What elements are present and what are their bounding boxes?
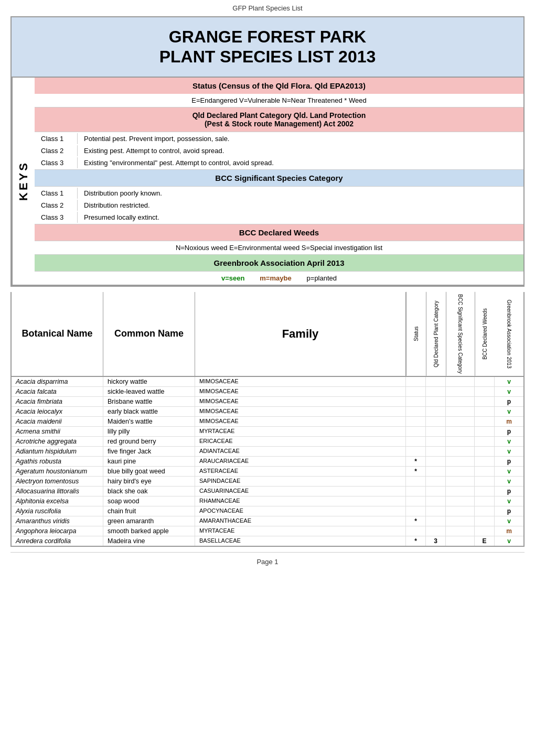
- cell-common: Madeira vine: [103, 536, 195, 546]
- cell-common: sickle-leaved wattle: [103, 387, 195, 396]
- cell-greenbrook: p: [495, 457, 523, 466]
- cell-common: black she oak: [103, 487, 195, 496]
- cell-bcc-sig: [446, 437, 475, 446]
- cell-qld: [426, 467, 446, 476]
- keys-section: KEYS Status (Census of the Qld Flora. Ql…: [12, 78, 523, 286]
- bcc-weeds-header: BCC Declared Weeds: [35, 224, 523, 241]
- col-header-bcc-weeds: BCC Declared Weeds: [475, 292, 495, 376]
- cell-family: MIMOSACEAE: [195, 407, 406, 416]
- cell-status: *: [406, 516, 426, 526]
- col-header-bcc-sig: BCC Significant Species Category: [446, 292, 475, 376]
- table-row: Angophora leiocarpa smooth barked apple …: [12, 526, 523, 536]
- col-qld-text: Qld Declared Plant Category: [433, 300, 439, 367]
- cell-common: Maiden's wattle: [103, 417, 195, 426]
- qld-header-line2: (Pest & Stock route Management) Act 2002: [40, 120, 518, 128]
- qld-class1-desc: Potential pest. Prevent import, possessi…: [79, 133, 522, 144]
- qld-header-line1: Qld Declared Plant Category Qld. Land Pr…: [40, 111, 518, 120]
- col-header-greenbrook: Greenbrook Association 2013: [495, 292, 523, 376]
- col-greenbrook-text: Greenbrook Association 2013: [506, 299, 512, 368]
- cell-family: ERICACEAE: [195, 437, 406, 446]
- cell-bcc-sig: [446, 477, 475, 486]
- cell-bcc-sig: [446, 457, 475, 466]
- cell-qld: 3: [426, 536, 446, 546]
- cell-status: [406, 506, 426, 516]
- cell-botanical: Acacia disparrima: [12, 377, 103, 386]
- cell-botanical: Acmena smithii: [12, 427, 103, 436]
- cell-bcc-weeds: [475, 487, 495, 496]
- cell-botanical: Agathis robusta: [12, 457, 103, 466]
- table-row: Acmena smithii lilly pilly MYRTACEAE p: [12, 427, 523, 437]
- cell-family: SAPINDACEAE: [195, 477, 406, 486]
- col-header-family: Family: [195, 292, 406, 376]
- bcc-sig-class2-desc: Distribution restricted.: [79, 200, 522, 211]
- cell-botanical: Acacia falcata: [12, 387, 103, 396]
- qld-classes: Class 1 Potential pest. Prevent import, …: [35, 132, 523, 170]
- cell-qld: [426, 477, 446, 486]
- table-row: Acacia falcata sickle-leaved wattle MIMO…: [12, 387, 523, 397]
- cell-qld: [426, 427, 446, 436]
- cell-botanical: Angophora leiocarpa: [12, 526, 103, 536]
- cell-greenbrook: m: [495, 417, 523, 426]
- table-row: Class 2 Existing pest. Attempt to contro…: [36, 145, 522, 156]
- cell-botanical: Alectryon tomentosus: [12, 477, 103, 486]
- cell-status: [406, 437, 426, 446]
- bcc-sig-class2-label: Class 2: [36, 200, 78, 211]
- cell-common: chain fruit: [103, 506, 195, 516]
- table-row: Amaranthus viridis green amaranth AMARAN…: [12, 516, 523, 526]
- cell-family: MIMOSACEAE: [195, 377, 406, 386]
- qld-class2-desc: Existing pest. Attempt to control, avoid…: [79, 145, 522, 156]
- cell-bcc-weeds: E: [475, 536, 495, 546]
- page-footer: Page 1: [0, 553, 535, 571]
- main-title-line2: PLANT SPECIES LIST 2013: [17, 47, 518, 67]
- table-row: Alyxia ruscifolia chain fruit APOCYNACEA…: [12, 506, 523, 516]
- cell-qld: [426, 387, 446, 396]
- qld-class3-label: Class 3: [36, 157, 78, 168]
- cell-status: [406, 496, 426, 506]
- column-headers: Botanical Name Common Name Family Status…: [12, 292, 523, 377]
- cell-bcc-sig: [446, 487, 475, 496]
- cell-bcc-weeds: [475, 437, 495, 446]
- greenbrook-v-legend: v=seen: [221, 274, 244, 282]
- cell-greenbrook: p: [495, 487, 523, 496]
- cell-bcc-sig: [446, 427, 475, 436]
- cell-bcc-sig: [446, 526, 475, 536]
- table-row: Alectryon tomentosus hairy bird's eye SA…: [12, 477, 523, 487]
- cell-greenbrook: p: [495, 427, 523, 436]
- cell-family: RHAMNACEAE: [195, 496, 406, 506]
- cell-bcc-weeds: [475, 516, 495, 526]
- qld-class3-desc: Existing "environmental" pest. Attempt t…: [79, 157, 522, 168]
- cell-botanical: Acacia fimbriata: [12, 397, 103, 406]
- cell-bcc-weeds: [475, 447, 495, 456]
- cell-common: kauri pine: [103, 457, 195, 466]
- qld-class-table: Class 1 Potential pest. Prevent import, …: [35, 132, 523, 169]
- data-section: Botanical Name Common Name Family Status…: [10, 292, 525, 547]
- outer-border: GRANGE FOREST PARK PLANT SPECIES LIST 20…: [10, 16, 525, 287]
- cell-status: [406, 377, 426, 386]
- cell-bcc-sig: [446, 417, 475, 426]
- bcc-sig-class3-label: Class 3: [36, 212, 78, 223]
- cell-bcc-weeds: [475, 496, 495, 506]
- cell-family: MYRTACEAE: [195, 427, 406, 436]
- cell-family: APOCYNACEAE: [195, 506, 406, 516]
- cell-status: [406, 526, 426, 536]
- cell-common: blue billy goat weed: [103, 467, 195, 476]
- cell-family: AMARANTHACEAE: [195, 516, 406, 526]
- cell-bcc-weeds: [475, 407, 495, 416]
- main-title-line1: GRANGE FOREST PARK: [17, 27, 518, 47]
- greenbrook-legend: v=seen m=maybe p=planted: [35, 272, 523, 285]
- col-bcc-weeds-text: BCC Declared Weeds: [482, 308, 488, 360]
- cell-common: lilly pilly: [103, 427, 195, 436]
- col-header-status: Status: [406, 292, 426, 376]
- cell-greenbrook: v: [495, 536, 523, 546]
- table-row: Acacia disparrima hickory wattle MIMOSAC…: [12, 377, 523, 387]
- cell-status: [406, 477, 426, 486]
- table-row: Class 1 Potential pest. Prevent import, …: [36, 133, 522, 144]
- cell-greenbrook: v: [495, 437, 523, 446]
- cell-status: [406, 417, 426, 426]
- cell-qld: [426, 377, 446, 386]
- cell-status: *: [406, 457, 426, 466]
- status-legend: E=Endangered V=Vulnerable N=Near Threate…: [35, 94, 523, 107]
- cell-common: red ground berry: [103, 437, 195, 446]
- table-row: Acrotriche aggregata red ground berry ER…: [12, 437, 523, 447]
- cell-family: MIMOSACEAE: [195, 387, 406, 396]
